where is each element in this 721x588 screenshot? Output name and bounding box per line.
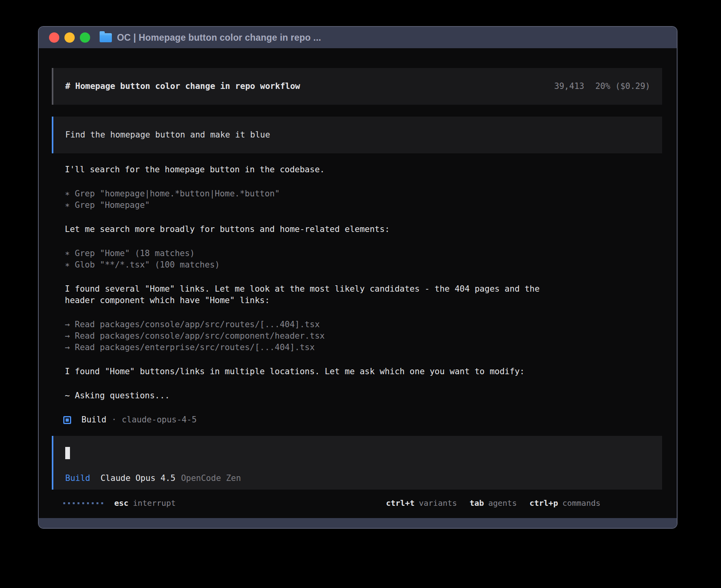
spinner-dot: [77, 502, 79, 504]
spinner-dot: [101, 502, 103, 504]
assistant-text: I found several "Home" links. Let me loo…: [65, 283, 555, 306]
spinner-dot: [92, 502, 94, 504]
window-title: OC | Homepage button color change in rep…: [117, 32, 321, 43]
input-agent-label[interactable]: Build: [65, 473, 90, 484]
shortcut-label: interrupt: [133, 498, 176, 509]
conversation: I'll search for the homepage button in t…: [52, 164, 662, 401]
shortcut-key: ctrl+p: [529, 498, 558, 509]
agent-separator: ·: [111, 414, 117, 426]
text-cursor: [65, 447, 70, 459]
input-provider-label: OpenCode Zen: [181, 473, 241, 484]
shortcut-variants: ctrl+tvariants: [386, 498, 457, 509]
zoom-button[interactable]: [80, 32, 90, 43]
session-title: # Homepage button color change in repo w…: [65, 81, 300, 92]
shortcut-commands: ctrl+pcommands: [529, 498, 600, 509]
assistant-text: I'll search for the homepage button in t…: [65, 164, 555, 175]
assistant-text: ~ Asking questions...: [65, 390, 555, 401]
tool-call-line: ∗ Grep "homepage|home.*button|Home.*butt…: [65, 188, 662, 200]
agent-square-icon: [63, 416, 71, 424]
tool-call-group: ∗ Grep "homepage|home.*button|Home.*butt…: [65, 188, 662, 211]
close-button[interactable]: [49, 32, 59, 43]
spinner-dot: [82, 502, 84, 504]
status-bar: escinterrupt ctrl+tvariantstabagentsctrl…: [52, 498, 662, 509]
shortcut-agents: tabagents: [470, 498, 517, 509]
spinner-dot: [87, 502, 89, 504]
traffic-lights: [49, 32, 90, 43]
status-left-shortcuts: escinterrupt: [114, 498, 176, 509]
shortcut-key: ctrl+t: [386, 498, 414, 509]
agent-status-line: Build · claude-opus-4-5: [52, 414, 662, 426]
terminal-window: OC | Homepage button color change in rep…: [38, 26, 678, 529]
session-header: # Homepage button color change in repo w…: [52, 68, 662, 105]
tool-call-line: → Read packages/enterprise/src/routes/[.…: [65, 342, 662, 353]
assistant-text: Let me search more broadly for buttons a…: [65, 224, 555, 235]
input-meta: Build Claude Opus 4.5 OpenCode Zen: [65, 473, 650, 484]
assistant-text: I found "Home" buttons/links in multiple…: [65, 366, 555, 377]
tool-call-line: ∗ Grep "Homepage": [65, 200, 662, 211]
tool-call-line: → Read packages/console/app/src/componen…: [65, 330, 662, 342]
agent-name: Build: [81, 414, 106, 426]
shortcut-label: commands: [562, 498, 600, 509]
minimize-button[interactable]: [64, 32, 75, 43]
tool-call-group: → Read packages/console/app/src/routes/[…: [65, 319, 662, 353]
spinner-dot: [73, 502, 75, 504]
tool-call-line: → Read packages/console/app/src/routes/[…: [65, 319, 662, 330]
shortcut-key: esc: [114, 498, 128, 509]
spinner-dot: [63, 502, 65, 504]
tool-call-line: ∗ Glob "**/*.tsx" (100 matches): [65, 259, 662, 271]
window-titlebar[interactable]: OC | Homepage button color change in rep…: [39, 27, 677, 48]
spinner: [63, 502, 103, 504]
context-usage: 20% ($0.29): [595, 81, 650, 92]
window-bottom-strip: [39, 518, 677, 528]
tool-call-group: ∗ Grep "Home" (18 matches)∗ Glob "**/*.t…: [65, 248, 662, 271]
shortcut-key: tab: [470, 498, 484, 509]
input-model-label[interactable]: Claude Opus 4.5: [100, 473, 176, 484]
spinner-dot: [68, 502, 70, 504]
token-count: 39,413: [554, 81, 584, 92]
prompt-input[interactable]: Build Claude Opus 4.5 OpenCode Zen: [52, 436, 662, 490]
user-message-text: Find the homepage button and make it blu…: [65, 130, 270, 139]
status-right-shortcuts: ctrl+tvariantstabagentsctrl+pcommands: [386, 498, 600, 509]
shortcut-interrupt: escinterrupt: [114, 498, 176, 509]
spinner-dot: [96, 502, 98, 504]
shortcut-label: agents: [488, 498, 517, 509]
shortcut-label: variants: [419, 498, 457, 509]
folder-icon: [100, 33, 112, 42]
tool-call-line: ∗ Grep "Home" (18 matches): [65, 248, 662, 259]
agent-model: claude-opus-4-5: [122, 414, 197, 426]
user-message: Find the homepage button and make it blu…: [52, 117, 662, 153]
terminal-content: # Homepage button color change in repo w…: [39, 48, 677, 518]
session-stats: 39,413 20% ($0.29): [554, 81, 650, 92]
